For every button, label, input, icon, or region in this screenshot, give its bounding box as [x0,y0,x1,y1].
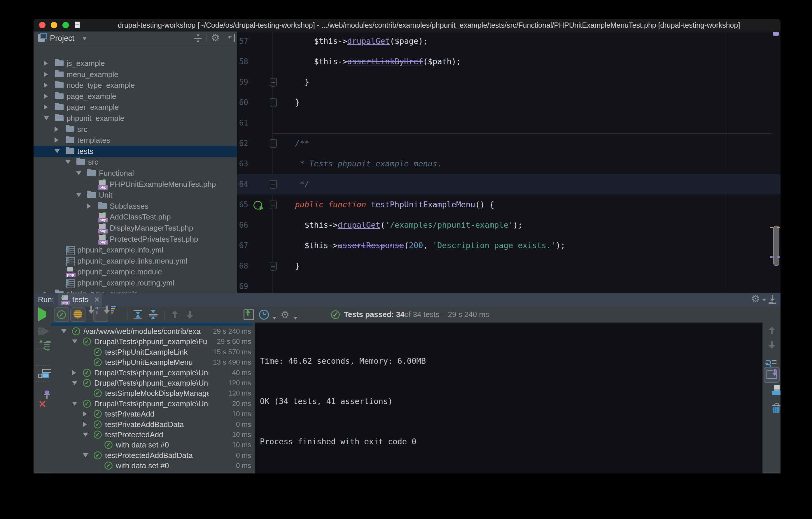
code-line-58[interactable]: $this->assertLinkByHref($path); [314,51,461,72]
fold-marker-icon[interactable] [270,139,277,148]
code-line-60[interactable]: } [295,92,300,113]
rerun-button[interactable] [38,312,47,317]
code-line-62[interactable]: /** [295,133,310,154]
chevron-down-icon[interactable] [72,381,77,385]
chevron-down-icon[interactable] [61,329,66,333]
info-stripe-mark[interactable] [777,256,780,258]
inspections-indicator[interactable] [773,32,779,36]
tree-item-displaymanagertest-php[interactable]: phpDisplayManagerTest.php [33,222,237,234]
code-line-65[interactable]: public function testPhpUnitExampleMenu()… [295,194,494,215]
tree-item-node-type-example[interactable]: node_type_example [33,80,237,91]
test-row-drupal-tests-phpunit-example-fu[interactable]: ✓Drupal\Tests\phpunit_example\Fu29 s 60 … [51,336,255,347]
test-row-testprivateadd[interactable]: ✓testPrivateAdd10 ms [51,409,255,419]
info-stripe-mark[interactable] [770,256,773,258]
test-row-testprivateaddbaddata[interactable]: ✓testPrivateAddBadData0 ms [51,419,255,430]
expand-all-button[interactable] [131,308,145,321]
arrow-up-button[interactable] [168,308,182,321]
code-line-66[interactable]: $this->drupalGet('/examples/phpunit-exam… [304,215,523,235]
chevron-right-icon[interactable] [44,61,48,66]
hide-panel-icon[interactable] [228,34,235,42]
chevron-right-icon[interactable] [44,94,48,99]
code-line-67[interactable]: $this->assertResponse(200, 'Description … [304,235,565,256]
show-ignored-button[interactable] [70,307,85,322]
code-line-59[interactable]: } [304,72,309,92]
editor-scrollbar-thumb[interactable] [773,226,779,266]
arrow-up-button[interactable] [768,327,776,336]
tree-item-subclasses[interactable]: Subclasses [33,200,237,212]
chevron-right-icon[interactable] [44,72,48,77]
test-row-with-data-set-0[interactable]: ✓with data set #010 ms [51,440,255,450]
arrow-down-button[interactable] [768,340,776,350]
chevron-down-icon[interactable] [83,433,88,437]
test-row-drupal-tests-phpunit-example-unit-p[interactable]: ✓Drupal\Tests\phpunit_example\Unit\P20 m… [51,399,255,409]
code-editor[interactable]: 57585960616263646566676869 $this->drupal… [237,31,781,293]
tree-item-phpunit-example[interactable]: phpunit_example [33,113,237,124]
chevron-right-icon[interactable] [44,83,48,88]
tree-item-templates[interactable]: templates [33,135,237,146]
close-window-button[interactable] [39,22,46,28]
gear-icon[interactable]: ⚙ [211,33,220,42]
test-row-testphpunitexamplelink[interactable]: ✓testPhpUnitExampleLink15 s 570 ms [51,347,255,357]
run-tab-tests[interactable]: php✓ tests ✕ [58,293,102,306]
fold-marker-icon[interactable] [270,180,277,189]
tree-item-js-example[interactable]: js_example [33,58,237,69]
collapse-all-button[interactable] [146,308,160,321]
test-row-with-data-set-0[interactable]: ✓with data set #00 ms [51,460,255,471]
test-row-testprotectedaddbaddata[interactable]: ✓testProtectedAddBadData0 ms [51,450,255,461]
fold-marker-icon[interactable] [270,200,277,209]
test-history-button[interactable] [257,308,271,321]
test-row-testprotectedadd[interactable]: ✓testProtectedAdd10 ms [51,429,255,440]
warning-stripe-mark[interactable] [777,227,780,228]
tree-item-functional[interactable]: Functional [33,168,237,179]
chevron-right-icon[interactable] [83,422,87,427]
zoom-window-button[interactable] [62,22,69,28]
arrow-down-button[interactable] [183,308,197,321]
chevron-right-icon[interactable] [55,137,59,143]
close-button[interactable]: ✕ [38,399,47,409]
tree-item-src[interactable]: src [33,124,237,135]
test-row-testphpunitexamplemenu[interactable]: ✓testPhpUnitExampleMenu13 s 490 ms [51,357,255,367]
tree-item-protectedprivatestest-php[interactable]: phpProtectedPrivatesTest.php [33,234,237,245]
tree-item-phpunit-example-routing-yml[interactable]: phpunit_example.routing.yml [33,277,237,289]
chevron-down-icon[interactable] [65,160,70,164]
tree-item-addclasstest-php[interactable]: phpAddClassTest.php [33,211,237,222]
gear-icon[interactable]: ⚙ [751,294,760,303]
test-row-testsimplemockdisplaymanager[interactable]: ✓testSimpleMockDisplayManager120 ms [51,388,255,399]
hide-tool-window-icon[interactable] [768,295,777,304]
chevron-down-icon[interactable] [44,116,49,120]
chevron-down-icon[interactable] [76,171,81,175]
chevron-down-icon[interactable] [76,193,81,197]
tree-item-plugin-type-example[interactable]: plugin_type_example [33,289,237,293]
test-console-output[interactable]: Time: 46.62 seconds, Memory: 6.00MBOK (3… [255,323,762,473]
chevron-down-icon[interactable] [72,402,77,406]
code-line-63[interactable]: * Tests phpunit_example menus. [300,154,442,174]
code-line-68[interactable]: } [295,256,300,276]
scrolled-selected-row[interactable] [51,323,252,326]
chevron-right-icon[interactable] [55,127,59,132]
show-passed-button[interactable]: ✓ [54,307,69,322]
close-tab-icon[interactable]: ✕ [94,293,100,306]
fold-marker-icon[interactable] [270,99,277,107]
fold-marker-icon[interactable] [270,262,277,271]
chevron-right-icon[interactable] [44,105,48,110]
import-tests-button[interactable] [242,308,256,321]
chevron-right-icon[interactable] [87,203,91,209]
tree-item-phpunit-example-links-menu-yml[interactable]: phpunit_example.links.menu.yml [33,255,237,267]
tree-item-tests[interactable]: tests [33,146,237,157]
tree-item-phpunitexamplemenutest-php[interactable]: phpPHPUnitExampleMenuTest.php [33,179,237,190]
tree-item-menu-example[interactable]: menu_example [33,69,237,80]
tree-item-phpunit-example-module[interactable]: phpphpunit_example.module [33,266,237,277]
warning-stripe-mark[interactable] [770,227,773,228]
sort-duration-button[interactable] [109,308,123,321]
code-line-57[interactable]: $this->drupalGet($page); [314,31,428,51]
chevron-down-icon[interactable] [83,453,88,457]
test-row-var-www-web-modules-contrib-exa[interactable]: ✓/var/www/web/modules/contrib/exa29 s 24… [51,326,255,336]
chevron-right-icon[interactable] [83,411,87,416]
project-panel-title[interactable]: Project [50,31,75,45]
chevron-right-icon[interactable] [72,370,76,375]
scroll-end-button[interactable] [764,367,780,383]
run-test-gutter-icon[interactable] [254,201,262,210]
test-row-drupal-tests-phpunit-example-unit-d[interactable]: ✓Drupal\Tests\phpunit_example\Unit\D120 … [51,378,255,388]
tree-item-page-example[interactable]: page_example [33,91,237,102]
tree-item-pager-example[interactable]: pager_example [33,102,237,113]
